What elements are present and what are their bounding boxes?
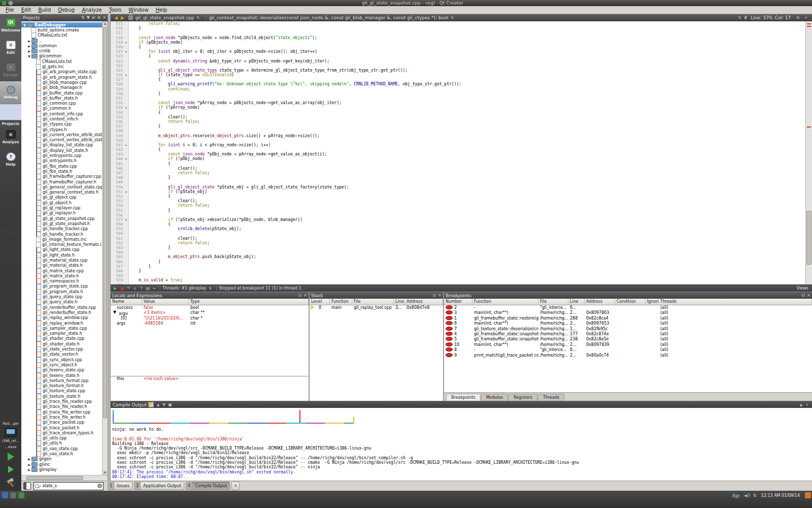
code-line[interactable]: }	[129, 175, 805, 180]
tree-item-gli_ctypes.h[interactable]: gli_ctypes.h	[21, 127, 103, 132]
sidebar-toggle-icon[interactable]	[23, 482, 31, 490]
tab-threads[interactable]: Threads	[538, 394, 564, 401]
table-row[interactable]: this<no such value>	[111, 376, 309, 382]
line-number[interactable]: 530	[111, 91, 124, 96]
tree-item-gli_display_list_state.h[interactable]: gli_display_list_state.h	[21, 148, 103, 153]
tree-item-gli_context_info.h[interactable]: gli_context_info.h	[21, 116, 103, 121]
line-number[interactable]: 552	[111, 194, 124, 199]
code-line[interactable]: return false;	[129, 241, 805, 245]
code-line[interactable]: const json_node *pObjects_node = node.fi…	[129, 36, 805, 40]
line-number[interactable]: 518	[111, 36, 124, 40]
code-line[interactable]: {	[129, 194, 805, 199]
code-line[interactable]	[129, 180, 805, 184]
locals-list[interactable]: successfalsebool▼argv<1 items>char **[0]…	[111, 305, 309, 376]
line-number[interactable]: 537	[111, 124, 124, 129]
table-row[interactable]: [0]"U\211å\201\024\...char *	[111, 316, 309, 321]
output-pane-combo-icon[interactable]: ⇅	[231, 482, 240, 490]
chevron-updown-icon[interactable]: ⇅	[209, 287, 212, 291]
line-number[interactable]: 546	[111, 166, 124, 171]
chevron-collapsed-icon[interactable]: ▶	[27, 468, 31, 471]
code-line[interactable]: const dynamic_string &obj_type_str = pOb…	[129, 59, 805, 64]
scrollbar-thumb[interactable]	[103, 27, 107, 418]
step-over-icon[interactable]: ↷	[127, 285, 130, 291]
tree-item-..[interactable]: ▶..	[21, 38, 103, 43]
chevron-updown-icon[interactable]: ⇅	[196, 16, 199, 20]
column-header-file[interactable]: File	[352, 299, 394, 305]
tree-item-gli_trace_file_reader.cpp[interactable]: gli_trace_file_reader.cpp	[21, 399, 103, 404]
split-editor-icon[interactable]: ⊞	[796, 16, 799, 20]
scroll-down-icon[interactable]: ▼	[103, 470, 108, 475]
code-line[interactable]: m_object_ptrs.push_back(pState_obj);	[129, 255, 805, 259]
fold-marker-icon[interactable]: ▾	[124, 156, 128, 161]
line-number[interactable]: 554	[111, 203, 124, 208]
tree-item-gli_texenv_state.h[interactable]: gli_texenv_state.h	[21, 373, 103, 378]
tab-breakpoints[interactable]: Breakpoints	[446, 394, 481, 401]
line-number[interactable]: 557	[111, 217, 124, 222]
output-pane-button-issues[interactable]: 1Issues	[108, 482, 132, 490]
output-pane-button-compile-output[interactable]: 4Compile Output	[186, 482, 230, 490]
code-line[interactable]	[129, 250, 805, 255]
step-out-icon[interactable]: ↑	[140, 285, 143, 291]
tree-item-gli_vao_state.cpp[interactable]: gli_vao_state.cpp	[21, 446, 103, 451]
code-line[interactable]: for (uint obj_iter = 0; obj_iter < pObje…	[129, 49, 805, 54]
tree-item-gli_texture_format.h[interactable]: gli_texture_format.h	[21, 383, 103, 388]
line-number[interactable]: 521	[111, 49, 124, 54]
tree-item-gli_trace_packet.cpp[interactable]: gli_trace_packet.cpp	[21, 420, 103, 425]
float-panel-icon[interactable]: ⊡	[433, 293, 436, 299]
code-line[interactable]: }	[129, 264, 805, 269]
code-line[interactable]: {	[129, 110, 805, 115]
clear-output-icon[interactable]	[148, 402, 154, 407]
line-number[interactable]: 517	[111, 30, 124, 35]
code-line[interactable]: gli_gl_object_state *pState_obj = gli_gl…	[129, 185, 805, 189]
tree-item-gli_shader_state.h[interactable]: gli_shader_state.h	[21, 341, 103, 346]
code-line[interactable]: }	[129, 91, 805, 96]
column-header-file[interactable]: File	[538, 299, 568, 305]
code-line[interactable]: clear();	[129, 236, 805, 241]
code-line[interactable]: return false;	[129, 21, 805, 26]
line-number[interactable]: 565	[111, 255, 124, 259]
line-number[interactable]: 528	[111, 82, 124, 86]
code-line[interactable]	[129, 231, 805, 236]
table-row[interactable]: 7gli_texture_state::deserialize(crnli...…	[444, 327, 812, 332]
line-number[interactable]: 520	[111, 45, 124, 49]
chevron-collapsed-icon[interactable]: ▶	[27, 44, 31, 48]
network-icon[interactable]: ⇅	[753, 493, 757, 498]
tree-item-gli_texenv_state.cpp[interactable]: gli_texenv_state.cpp	[21, 368, 103, 373]
line-number[interactable]: 561	[111, 236, 124, 241]
line-number[interactable]: 567	[111, 264, 124, 269]
views-button[interactable]: Views	[797, 286, 810, 291]
code-line[interactable]: clear();	[129, 166, 805, 171]
tree-item-gli_light_state.cpp[interactable]: gli_light_state.cpp	[21, 247, 103, 252]
debug-run-button[interactable]	[8, 466, 14, 473]
close-pane-icon[interactable]: ×	[805, 403, 808, 407]
tree-item-gli_gl_replayer.cpp[interactable]: gli_gl_replayer.cpp	[21, 205, 103, 210]
tree-item-gli_utils.h[interactable]: gli_utils.h	[21, 441, 103, 446]
line-number[interactable]: 533	[111, 105, 124, 110]
code-line[interactable]: }	[129, 260, 805, 264]
table-row[interactable]: 8-"gli_interce...6...(all)	[444, 347, 812, 353]
open-file-selector[interactable]: gli_gl_state_snapshot.cpp	[136, 15, 194, 20]
scrollbar-thumb[interactable]	[26, 476, 83, 480]
column-header-number[interactable]: Number	[444, 299, 472, 305]
fold-marker-icon[interactable]: ▾	[124, 49, 128, 54]
tree-item-gli_state_vector.cpp[interactable]: gli_state_vector.cpp	[21, 346, 103, 352]
next-item-icon[interactable]: ▼	[162, 403, 165, 407]
compile-output-body[interactable]: ninja: no work to do. time:0:01.06 for '…	[111, 408, 812, 481]
taskbar-app-icon[interactable]	[2, 492, 8, 498]
line-number[interactable]: 569	[111, 273, 124, 278]
tree-item-gli_fbo_state.cpp[interactable]: gli_fbo_state.cpp	[21, 164, 103, 169]
tree-item-gli_display_list_state.cpp[interactable]: gli_display_list_state.cpp	[21, 143, 103, 148]
tree-item-gli_trace_file_writer.cpp[interactable]: gli_trace_file_writer.cpp	[21, 409, 103, 415]
mode-help[interactable]: ?Help	[0, 148, 21, 171]
tree-item-CMakeLists.txt[interactable]: CMakeLists.txt	[21, 59, 103, 64]
line-number[interactable]: 527	[111, 77, 124, 82]
pattern-toggle[interactable]: #	[744, 15, 748, 20]
tree-item-gli_handle_tracker.cpp[interactable]: gli_handle_tracker.cpp	[21, 227, 103, 232]
code-line[interactable]: return false;	[129, 119, 805, 124]
tree-item-gli_fbo_state.h[interactable]: gli_fbo_state.h	[21, 169, 103, 174]
tree-item-gli_texture_state.cpp[interactable]: gli_texture_state.cpp	[21, 389, 103, 394]
tree-item-gli_context_info.cpp[interactable]: gli_context_info.cpp	[21, 111, 103, 116]
table-row[interactable]: 6main(int, char**)/home/richg...2...0x80…	[444, 321, 812, 326]
window-menu-icon[interactable]	[8, 1, 13, 6]
code-line[interactable]: {	[129, 45, 805, 49]
